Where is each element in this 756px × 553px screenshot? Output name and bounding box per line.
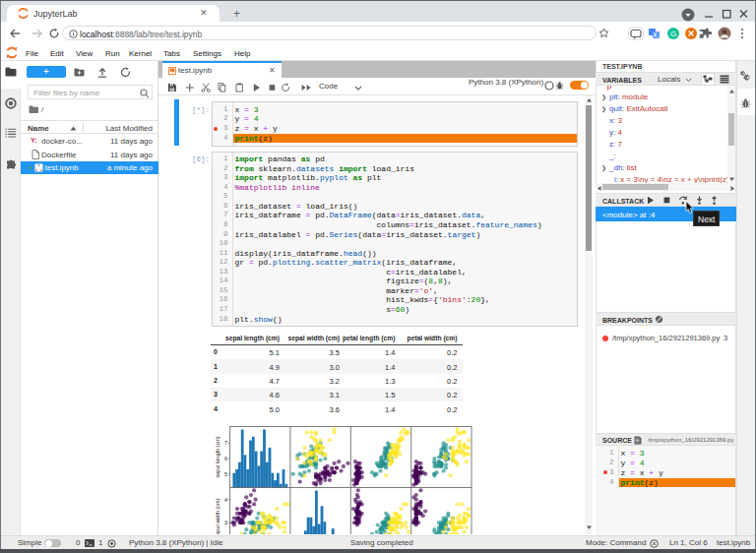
svg-text:7: 7: [224, 440, 227, 446]
svg-text:sepal width (cm): sepal width (cm): [215, 498, 220, 534]
svg-text:4: 4: [224, 497, 227, 503]
svg-text:3: 3: [224, 520, 227, 525]
svg-text:G: G: [670, 30, 676, 38]
svg-text:6: 6: [224, 456, 227, 461]
svg-text:5: 5: [224, 471, 227, 477]
svg-text:sepal length (cm): sepal length (cm): [215, 436, 220, 477]
